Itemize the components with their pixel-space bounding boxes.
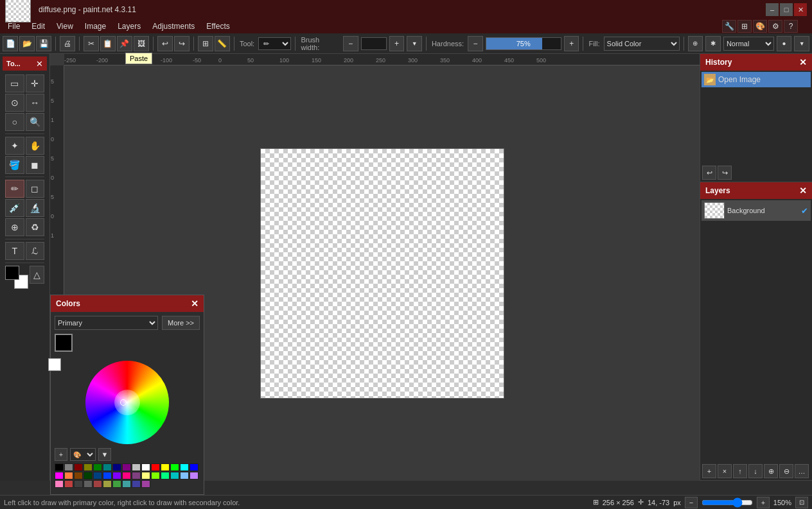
history-redo-btn[interactable]: ↪ [718,166,732,180]
shape-tool2[interactable]: △ [30,266,44,284]
menu-file[interactable]: File [3,20,25,33]
menu-adjustments[interactable]: Adjustments [147,20,200,33]
zoom-slider[interactable] [702,497,753,508]
hardness-decrement[interactable]: − [468,36,483,51]
colors-more-button[interactable]: More >> [162,316,200,330]
color-swatch-cell[interactable] [122,472,131,479]
clone-tool[interactable]: ⊕ [5,218,24,236]
color-swatch-cell[interactable] [74,463,83,471]
color-swatch-cell[interactable] [170,472,179,479]
color-swatch-cell[interactable] [84,480,93,488]
color-swatch-cell[interactable] [141,463,150,471]
color-swatch-cell[interactable] [122,480,131,488]
recolor-tool[interactable]: ♻ [26,218,45,236]
palette-settings-btn[interactable]: ▼ [98,448,111,461]
color-swatch-cell[interactable] [190,472,199,479]
layer-merge-btn[interactable]: ⊕ [764,464,778,478]
primary-color-swatch[interactable] [5,266,19,280]
color-swatch-cell[interactable] [122,463,131,471]
blend-mode-select[interactable]: Normal Multiply Screen Overlay [723,37,774,51]
shape-tool[interactable]: ◼ [26,156,45,174]
menu-effects[interactable]: Effects [201,20,234,33]
zoom-tool[interactable]: 🔍 [26,113,45,131]
menu-view[interactable]: View [51,20,78,33]
cut-button[interactable]: ✂ [84,36,99,51]
paint-bucket-tool[interactable]: 🪣 [5,156,24,174]
save-button[interactable]: 💾 [36,36,51,51]
layer-props-btn[interactable]: … [795,464,809,478]
brush-width-extra[interactable]: ▼ [407,36,422,51]
color-swatch-cell[interactable] [112,472,121,479]
layer-delete-btn[interactable]: × [718,464,732,478]
brush-width-decrement[interactable]: − [343,36,358,51]
palette-type-select[interactable]: 🎨 [70,448,96,461]
menu-image[interactable]: Image [80,20,111,33]
layer-visibility-check[interactable]: ✔ [801,206,808,216]
maximize-button[interactable]: □ [780,3,793,16]
paste-button[interactable]: 📌 [117,36,132,51]
fill-select[interactable]: Solid Color No Fill Gradient [604,37,680,51]
print-button[interactable]: 🖨 [60,36,75,51]
color-swatch-cell[interactable] [64,463,73,471]
color-swatch-cell[interactable] [180,472,189,479]
secondary-color-display[interactable] [48,358,61,371]
colors-panel-close[interactable]: ✕ [191,298,199,309]
color-swatch-cell[interactable] [84,472,93,479]
palette-icon-btn[interactable]: 🎨 [753,20,767,33]
pan-tool[interactable]: ✋ [26,137,45,155]
layer-flatten-btn[interactable]: ⊖ [779,464,793,478]
zoom-out-btn[interactable]: − [685,497,698,508]
eyedropper2-tool[interactable]: 🔬 [26,199,45,217]
grid-button[interactable]: ⊞ [198,36,213,51]
blend-icon-btn[interactable]: ✱ [705,36,721,51]
hardness-bar[interactable]: 75% [486,37,561,50]
tools-icon-btn[interactable]: 🔧 [722,20,736,33]
new-button[interactable]: 📄 [3,36,18,51]
color-swatch-cell[interactable] [103,463,112,471]
layers-panel-close[interactable]: ✕ [799,185,807,196]
color-swatch-cell[interactable] [132,463,141,471]
pencil-tool[interactable]: ✏ [5,180,24,198]
undo-button[interactable]: ↩ [157,36,173,51]
tool-select[interactable]: ✏ [258,37,291,50]
color-swatch-cell[interactable] [151,463,160,471]
history-panel-close[interactable]: ✕ [799,57,807,67]
color-swatch-cell[interactable] [74,472,83,479]
color-swatch-cell[interactable] [161,463,170,471]
lasso-tool[interactable]: ⊙ [5,94,24,112]
toolbox-close-button[interactable]: ✕ [36,59,43,69]
brush-width-increment[interactable]: + [389,36,405,51]
layer-item-background[interactable]: Background ✔ [702,200,811,221]
color-swatch-cell[interactable] [103,480,112,488]
stamp-button[interactable]: 🖼 [134,36,149,51]
color-swatch-cell[interactable] [64,480,73,488]
colors-panel-header[interactable]: Colors ✕ [51,295,204,312]
layer-add-btn[interactable]: + [702,464,716,478]
minimize-button[interactable]: – [766,3,779,16]
color-swatch-cell[interactable] [141,480,150,488]
layer-down-btn[interactable]: ↓ [748,464,763,478]
magic-wand-tool[interactable]: ✦ [5,137,24,155]
rect-select-tool[interactable]: ▭ [5,74,24,92]
color-swatch-cell[interactable] [93,480,102,488]
search-icon-btn[interactable]: ⊞ [737,20,752,33]
primary-color-display[interactable] [55,334,73,352]
layers-panel-header[interactable]: Layers ✕ [700,182,812,199]
zoom-in-btn[interactable]: + [757,497,770,508]
zoom-fit-btn[interactable]: ⊡ [795,497,808,508]
bezier-tool[interactable]: ℒ [26,242,45,260]
blend-opacity-btn[interactable]: ● [777,36,792,51]
color-swatch-cell[interactable] [74,480,83,488]
color-swatch-cell[interactable] [112,463,121,471]
history-panel-header[interactable]: History ✕ [700,54,812,71]
color-swatch-cell[interactable] [141,472,150,479]
color-swatch-cell[interactable] [151,472,160,479]
ruler-button[interactable]: 📏 [215,36,230,51]
palette-add-btn[interactable]: + [55,448,67,461]
blend-extra-btn[interactable]: ⊕ [688,36,703,51]
color-swatch-cell[interactable] [93,472,102,479]
move-tool[interactable]: ✛ [26,74,45,92]
colors-primary-select[interactable]: Primary Secondary [55,316,158,330]
color-swatch-cell[interactable] [55,480,64,488]
color-wheel[interactable] [85,361,169,444]
